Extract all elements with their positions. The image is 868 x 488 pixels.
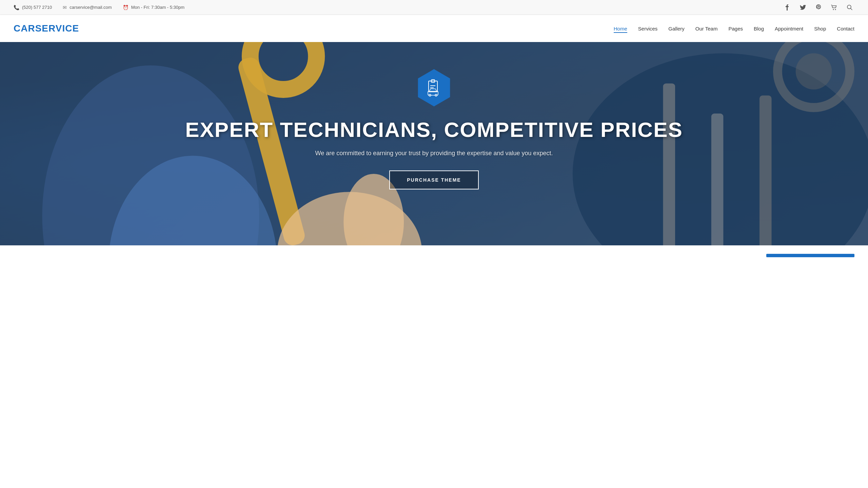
main-nav: Home Services Gallery Our Team Pages Blo… xyxy=(614,24,854,33)
email-item: ✉ carservice@mail.com xyxy=(63,5,112,10)
business-hours: Mon - Fri: 7:30am - 5:30pm xyxy=(131,5,185,10)
nav-blog[interactable]: Blog xyxy=(754,24,764,33)
hero-title: EXPERT TECHNICIANS, COMPETITIVE PRICES xyxy=(185,118,683,141)
phone-number: (520) 577 2710 xyxy=(22,5,52,10)
hero-section: EXPERT TECHNICIANS, COMPETITIVE PRICES W… xyxy=(0,42,868,245)
hours-item: ⏰ Mon - Fri: 7:30am - 5:30pm xyxy=(123,5,185,10)
service-icon xyxy=(425,79,443,97)
nav-pages[interactable]: Pages xyxy=(728,24,743,33)
topbar-right xyxy=(783,3,854,12)
bottom-preview xyxy=(0,245,868,266)
header: CARSERVICE Home Services Gallery Our Tea… xyxy=(0,15,868,42)
hex-icon-container xyxy=(415,69,453,106)
topbar: 📞 (520) 577 2710 ✉ carservice@mail.com ⏰… xyxy=(0,0,868,15)
svg-line-3 xyxy=(851,8,852,10)
purchase-theme-button[interactable]: PURCHASE THEME xyxy=(389,170,478,189)
phone-item: 📞 (520) 577 2710 xyxy=(14,5,52,10)
clock-icon: ⏰ xyxy=(123,5,129,10)
nav-our-team[interactable]: Our Team xyxy=(695,24,718,33)
hexagon-shape xyxy=(415,69,453,106)
nav-shop[interactable]: Shop xyxy=(814,24,826,33)
cart-icon[interactable] xyxy=(829,3,839,12)
hero-content: EXPERT TECHNICIANS, COMPETITIVE PRICES W… xyxy=(178,118,690,189)
nav-gallery[interactable]: Gallery xyxy=(668,24,685,33)
nav-contact[interactable]: Contact xyxy=(837,24,854,33)
nav-home[interactable]: Home xyxy=(614,24,627,33)
topbar-left: 📞 (520) 577 2710 ✉ carservice@mail.com ⏰… xyxy=(14,5,184,10)
nav-appointment[interactable]: Appointment xyxy=(775,24,803,33)
hero-subtitle: We are committed to earning your trust b… xyxy=(185,150,683,157)
phone-icon: 📞 xyxy=(14,5,19,10)
twitter-icon[interactable] xyxy=(798,3,808,12)
email-icon: ✉ xyxy=(63,5,67,10)
nav-services[interactable]: Services xyxy=(638,24,658,33)
blue-accent-bar xyxy=(766,254,854,257)
facebook-icon[interactable] xyxy=(783,3,792,12)
pinterest-icon[interactable] xyxy=(814,3,823,12)
svg-point-0 xyxy=(833,9,834,10)
svg-point-2 xyxy=(847,5,851,9)
svg-point-1 xyxy=(835,9,836,10)
search-icon[interactable] xyxy=(845,3,854,12)
site-logo[interactable]: CARSERVICE xyxy=(14,23,79,34)
email-address: carservice@mail.com xyxy=(70,5,112,10)
